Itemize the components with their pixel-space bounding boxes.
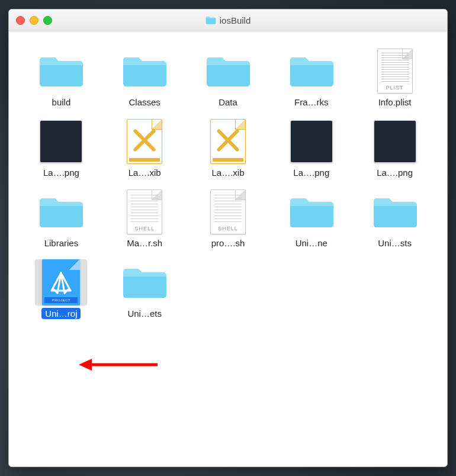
xcodeproj-icon: PROJECT: [35, 259, 87, 305]
finder-window: iosBuild build Classes Data Fra…rksPLIST…: [8, 9, 448, 467]
shell-icon: SHELL: [118, 189, 171, 235]
file-item[interactable]: SHELLMa…r.sh: [109, 189, 181, 249]
folder-icon: [202, 48, 254, 94]
file-label: Fra…rks: [291, 97, 332, 108]
file-item[interactable]: SHELLpro….sh: [192, 189, 264, 249]
annotation-arrow-icon: [78, 356, 160, 374]
file-item[interactable]: PROJECT Uni…roj: [25, 259, 97, 319]
file-item[interactable]: Classes: [109, 48, 181, 108]
file-item[interactable]: Data: [192, 48, 264, 108]
svg-marker-5: [79, 359, 92, 371]
folder-icon: [285, 189, 338, 235]
xib-icon: [202, 118, 254, 165]
file-label: La….xib: [208, 167, 248, 178]
folder-icon: [118, 259, 171, 305]
plist-icon: PLIST: [369, 48, 421, 94]
window-title: iosBuild: [9, 15, 447, 25]
close-icon[interactable]: [16, 16, 25, 25]
file-label: La….png: [40, 167, 83, 178]
file-item[interactable]: Uni…ets: [109, 259, 181, 319]
png-icon: [369, 118, 421, 165]
png-icon: [285, 118, 338, 165]
file-label: Uni…ne: [292, 237, 331, 249]
window-title-text: iosBuild: [220, 15, 251, 25]
minimize-icon[interactable]: [30, 16, 38, 25]
file-label: La….png: [290, 167, 333, 178]
file-item[interactable]: Fra…rks: [275, 48, 347, 108]
file-item[interactable]: Uni…sts: [359, 189, 431, 249]
file-label: Classes: [126, 97, 164, 108]
folder-icon: [369, 189, 421, 235]
file-item[interactable]: La….png: [275, 118, 347, 178]
file-item[interactable]: La….xib: [192, 118, 264, 178]
file-label: Uni…roj: [41, 308, 81, 319]
folder-icon: [35, 189, 87, 235]
file-item[interactable]: Libraries: [25, 189, 97, 249]
file-label: Data: [215, 97, 241, 108]
file-grid-area: build Classes Data Fra…rksPLISTInfo.plis…: [9, 31, 447, 467]
folder-icon: [118, 48, 171, 94]
file-label: Ma…r.sh: [123, 237, 166, 249]
file-label: La….xib: [125, 167, 165, 178]
titlebar[interactable]: iosBuild: [9, 9, 447, 31]
png-icon: [35, 118, 87, 165]
zoom-icon[interactable]: [43, 16, 52, 25]
file-label: Uni…sts: [374, 237, 415, 249]
file-item[interactable]: La….png: [25, 118, 97, 178]
file-label: Info.plist: [375, 97, 415, 108]
window-controls: [16, 16, 52, 25]
file-label: build: [49, 97, 75, 108]
file-item[interactable]: La….xib: [109, 118, 181, 178]
folder-icon: [285, 48, 338, 94]
xib-icon: [118, 118, 171, 165]
file-label: pro….sh: [208, 237, 249, 249]
shell-icon: SHELL: [202, 189, 254, 235]
folder-icon: [35, 48, 87, 94]
file-item[interactable]: build: [25, 48, 97, 108]
file-item[interactable]: La….png: [359, 118, 431, 178]
file-item[interactable]: Uni…ne: [275, 189, 347, 249]
file-label: Uni…ets: [124, 308, 165, 319]
file-label: Libraries: [41, 237, 82, 249]
file-label: La….png: [373, 167, 416, 178]
folder-icon: [205, 15, 216, 25]
file-item[interactable]: PLISTInfo.plist: [359, 48, 431, 108]
